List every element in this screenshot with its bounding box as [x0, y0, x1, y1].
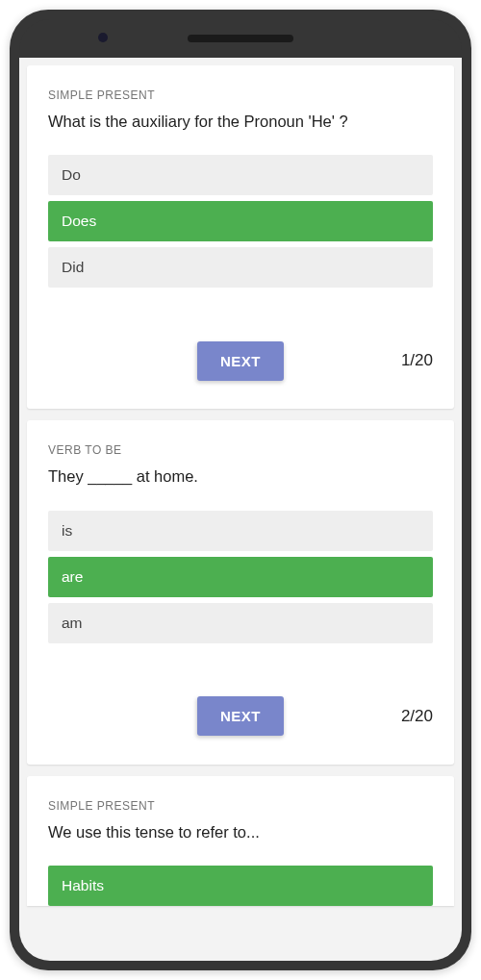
speaker-icon [188, 35, 293, 42]
category-label: VERB TO BE [48, 443, 433, 457]
next-button[interactable]: NEXT [197, 341, 284, 381]
answer-option[interactable]: Do [48, 155, 433, 195]
answer-option-selected[interactable]: Habits [48, 866, 433, 906]
question-text: We use this tense to refer to... [48, 822, 433, 842]
progress-counter: 1/20 [401, 351, 433, 370]
quiz-card: SIMPLE PRESENT We use this tense to refe… [27, 776, 454, 906]
phone-frame: SIMPLE PRESENT What is the auxiliary for… [10, 10, 471, 970]
status-bar [19, 19, 462, 58]
question-text: They _____ at home. [48, 466, 433, 487]
quiz-card: VERB TO BE They _____ at home. is are am… [27, 420, 454, 764]
screen: SIMPLE PRESENT What is the auxiliary for… [19, 58, 462, 961]
answer-option[interactable]: am [48, 603, 433, 643]
answer-option[interactable]: is [48, 511, 433, 551]
card-footer: NEXT 1/20 [48, 339, 433, 382]
category-label: SIMPLE PRESENT [48, 799, 433, 813]
quiz-card: SIMPLE PRESENT What is the auxiliary for… [27, 65, 454, 409]
next-button[interactable]: NEXT [197, 696, 284, 736]
card-footer: NEXT 2/20 [48, 695, 433, 738]
progress-counter: 2/20 [401, 707, 433, 726]
category-label: SIMPLE PRESENT [48, 88, 433, 102]
phone-inner: SIMPLE PRESENT What is the auxiliary for… [19, 19, 462, 961]
question-text: What is the auxiliary for the Pronoun 'H… [48, 112, 433, 132]
answer-option-selected[interactable]: Does [48, 201, 433, 241]
answer-option-selected[interactable]: are [48, 557, 433, 597]
camera-dot-icon [98, 33, 108, 42]
answer-option[interactable]: Did [48, 247, 433, 288]
